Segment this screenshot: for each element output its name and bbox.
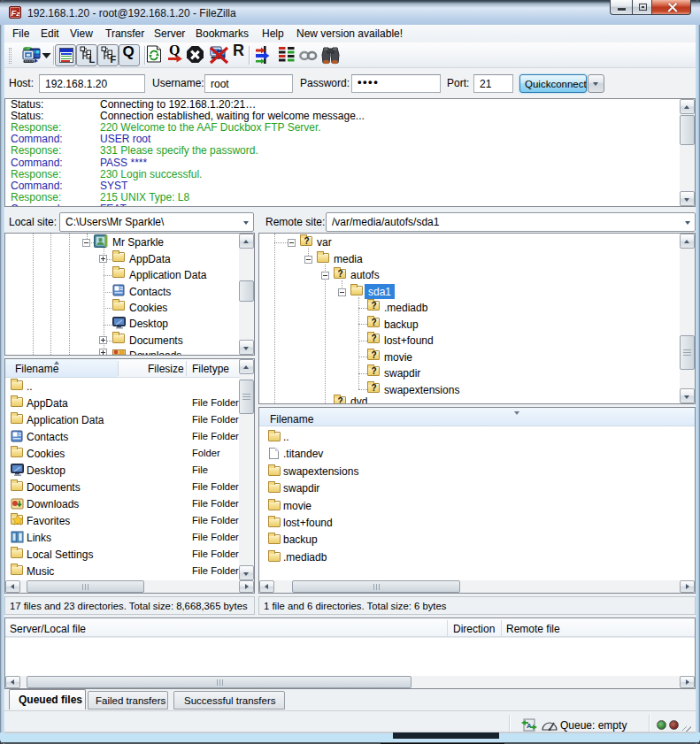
svg-text:L: L	[89, 54, 96, 65]
svg-text:F: F	[111, 54, 117, 65]
